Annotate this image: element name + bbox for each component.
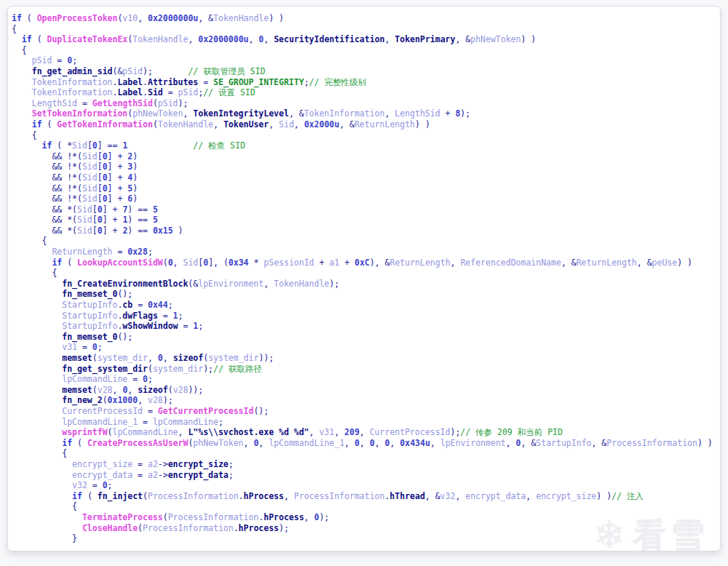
code-line: { — [12, 448, 720, 459]
code-line: { — [12, 24, 720, 35]
code-line: && *(Sid[0] + 1) == 5 — [12, 215, 720, 226]
code-line: TokenInformation.Label.Sid = pSid;// 设置 … — [12, 87, 720, 98]
code-line: ReturnLength = 0x28; — [12, 247, 720, 258]
code-line: SetTokenInformation(phNewToken, TokenInt… — [12, 108, 720, 119]
code-line: fn_get_system_dir(system_dir);// 获取路径 — [12, 364, 720, 375]
code-line: StartupInfo.wShowWindow = 1; — [12, 321, 720, 332]
code-line: if ( GetTokenInformation(TokenHandle, To… — [12, 119, 720, 130]
code-line: { — [12, 268, 720, 279]
code-line: && !*(Sid[0] + 5) — [12, 183, 720, 194]
code-line: memset(system_dir, 0, sizeof(system_dir)… — [12, 353, 720, 364]
code-line: if ( OpenProcessToken(v10, 0x2000000u, &… — [12, 13, 720, 24]
code-line: fn_new_2(0x1000, v28); — [12, 395, 720, 406]
code-line: v31 = 0; — [12, 342, 720, 353]
code-line: TokenInformation.Label.Attributes = SE_G… — [12, 77, 720, 88]
code-line: encrypt_data = a2->encrypt_data; — [12, 470, 720, 481]
code-line: lpCommandLine = 0; — [12, 374, 720, 385]
code-line: { — [12, 130, 720, 141]
code-line: memset(v28, 0, sizeof(v28)); — [12, 385, 720, 396]
code-line: CurrentProcessId = GetCurrentProcessId()… — [12, 406, 720, 417]
code-line: v32 = 0; — [12, 480, 720, 491]
code-line: pSid = 0; — [12, 55, 720, 66]
code-line: encrypt_size = a2->encrypt_size; — [12, 459, 720, 470]
code-line: StartupInfo.dwFlags = 1; — [12, 311, 720, 322]
code-line: { — [12, 501, 720, 512]
decompiler-code-panel[interactable]: if ( OpenProcessToken(v10, 0x2000000u, &… — [7, 6, 721, 551]
code-line: lpCommandLine_1 = lpCommandLine; — [12, 417, 720, 428]
code-line: } — [12, 533, 720, 544]
code-line: if ( fn_inject(ProcessInformation.hProce… — [12, 491, 720, 502]
code-line: fn_memset_0(); — [12, 332, 720, 343]
code-line: { — [12, 45, 720, 56]
code-line: && !*(Sid[0] + 2) — [12, 151, 720, 162]
code-area[interactable]: if ( OpenProcessToken(v10, 0x2000000u, &… — [8, 7, 720, 544]
code-line: if ( CreateProcessAsUserW(phNewToken, 0,… — [12, 438, 720, 449]
code-line: fn_get_admin_sid(&pSid); // 获取管理员 SID — [12, 66, 720, 77]
code-line: fn_CreateEnvironmentBlock(&lpEnvironment… — [12, 279, 720, 290]
code-line: LengthSid = GetLengthSid(pSid); — [12, 98, 720, 109]
code-line: if ( *Sid[0] == 1 // 检查 SID — [12, 140, 720, 151]
code-line: wsprintfW(lpCommandLine, L"%s\\svchost.e… — [12, 427, 720, 438]
code-line: if ( LookupAccountSidW(0, Sid[0], (0x34 … — [12, 258, 720, 268]
code-line: CloseHandle(ProcessInformation.hProcess)… — [12, 523, 720, 534]
code-line: && !*(Sid[0] + 4) — [12, 172, 720, 183]
code-line: { — [12, 236, 720, 247]
code-line: && !*(Sid[0] + 3) — [12, 162, 720, 172]
code-line: if ( DuplicateTokenEx(TokenHandle, 0x200… — [12, 34, 720, 45]
code-line: && *(Sid[0] + 2) == 0x15 ) — [12, 226, 720, 236]
code-line: && *(Sid[0] + 7) == 5 — [12, 204, 720, 215]
code-line: fn_memset_0(); — [12, 289, 720, 300]
code-line: StartupInfo.cb = 0x44; — [12, 300, 720, 311]
code-line: TerminateProcess(ProcessInformation.hPro… — [12, 512, 720, 523]
code-line: && !*(Sid[0] + 6) — [12, 194, 720, 204]
